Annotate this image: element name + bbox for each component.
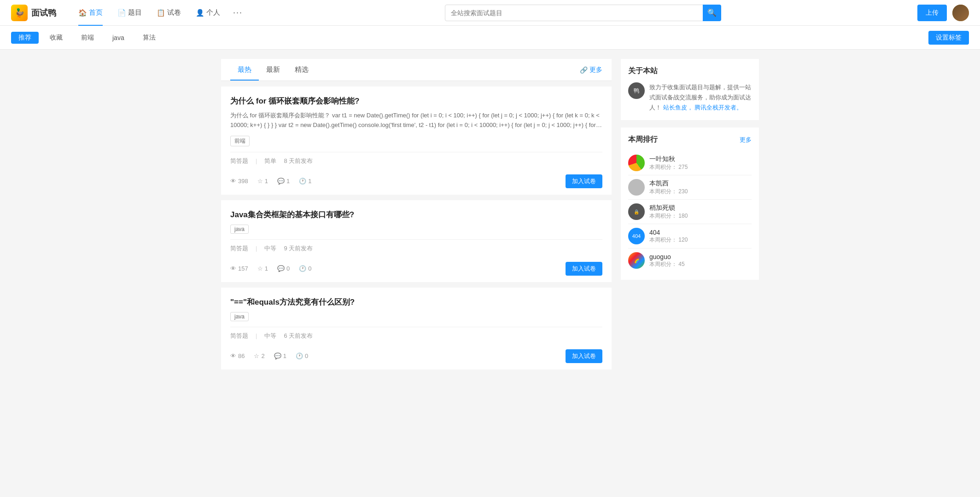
nav-home[interactable]: 🏠 首页 [71, 0, 110, 26]
question-tags-2: java [230, 225, 602, 234]
ranking-more-link[interactable]: 更多 [740, 136, 752, 144]
doc-icon: 📄 [117, 9, 126, 17]
add-to-exam-button-1[interactable]: 加入试卷 [566, 174, 602, 188]
tag-recommend[interactable]: 推荐 [11, 32, 39, 44]
more-link[interactable]: 🔗 更多 [580, 66, 602, 74]
comment-icon-1: 💬 [277, 178, 285, 185]
about-header: 鸭 致力于收集面试题目与题解，提供一站式面试备战交流服务，助你成为面试达人！ 站… [628, 82, 752, 113]
tab-selected[interactable]: 精选 [287, 59, 316, 81]
rank-name-1[interactable]: 一叶知秋 [649, 155, 752, 163]
question-title-3[interactable]: "=="和equals方法究竟有什么区别? [230, 297, 602, 307]
rank-name-5[interactable]: guoguo [649, 253, 752, 260]
logo[interactable]: 🦆 面试鸭 [11, 5, 56, 21]
question-card-1: 为什么 for 循环嵌套顺序会影响性能? 为什么 for 循环嵌套顺序会影响性能… [221, 87, 612, 195]
tag-bar: 推荐 收藏 前端 java 算法 设置标签 [0, 26, 980, 50]
header: 🦆 面试鸭 🏠 首页 📄 题目 📋 试卷 👤 个人 ··· 🔍 上传 [0, 0, 980, 26]
rank-score-4: 本周积分： 120 [649, 236, 752, 244]
nav-profile[interactable]: 👤 个人 [188, 0, 228, 26]
rank-score-5: 本周积分： 45 [649, 260, 752, 268]
tag-java[interactable]: java [105, 32, 132, 43]
question-title-2[interactable]: Java集合类框架的基本接口有哪些? [230, 209, 602, 220]
sub-tabs-container: 最热 最新 精选 🔗 更多 [221, 59, 612, 81]
nav-exams[interactable]: 📋 试卷 [149, 0, 188, 26]
rank-name-2[interactable]: 本凯西 [649, 179, 752, 188]
ranking-card: 本周排行 更多 一叶知秋 本周积分： 275 本凯西 [621, 127, 759, 280]
search-button[interactable]: 🔍 [703, 5, 721, 21]
rank-name-3[interactable]: 稍加死锁 [649, 204, 752, 212]
stat-comments-2: 💬 0 [277, 265, 290, 272]
question-tag[interactable]: 前端 [230, 136, 250, 146]
meta-difficulty-2: 中等 [264, 244, 276, 253]
star-icon-2: ☆ [257, 265, 263, 272]
upload-button[interactable]: 上传 [917, 5, 947, 21]
stat-comments-1: 💬 1 [277, 178, 290, 185]
meta-time-1: 8 天前发布 [284, 157, 313, 165]
main-nav: 🏠 首页 📄 题目 📋 试卷 👤 个人 ··· [71, 0, 248, 26]
eye-icon-1: 👁 [230, 178, 236, 185]
stat-comments-3: 💬 1 [274, 353, 286, 359]
ranking-title: 本周排行 [628, 135, 658, 144]
question-footer-1: 👁 398 ☆ 1 💬 1 🕐 1 加 [230, 170, 602, 195]
avatar[interactable] [952, 5, 969, 21]
rank-info-1: 一叶知秋 本周积分： 275 [649, 155, 752, 171]
rank-avatar-1 [628, 155, 645, 171]
stat-views-1: 👁 398 [230, 178, 248, 185]
rank-name-4[interactable]: 404 [649, 229, 752, 236]
question-tag[interactable]: java [230, 225, 249, 234]
rank-info-4: 404 本周积分： 120 [649, 229, 752, 244]
rank-avatar-4: 404 [628, 228, 645, 244]
star-icon-3: ☆ [254, 353, 259, 359]
eye-icon-2: 👁 [230, 265, 236, 272]
rank-avatar-3: 🔒 [628, 203, 645, 220]
about-title: 关于本站 [628, 66, 752, 76]
meta-time-3: 6 天前发布 [284, 332, 313, 340]
meta-difficulty-1: 简单 [264, 157, 276, 165]
tag-algorithm[interactable]: 算法 [135, 32, 163, 44]
nav-questions[interactable]: 📄 题目 [110, 0, 149, 26]
eye-icon-3: 👁 [230, 353, 236, 359]
star-icon-1: ☆ [257, 178, 263, 185]
tag-settings-button[interactable]: 设置标签 [928, 31, 969, 45]
stat-stars-1: ☆ 1 [257, 178, 268, 185]
comment-icon-3: 💬 [274, 353, 281, 359]
tag-favorites[interactable]: 收藏 [42, 32, 70, 44]
question-stats-2: 👁 157 ☆ 1 💬 0 🕐 0 [230, 265, 311, 272]
tab-hot[interactable]: 最热 [230, 59, 259, 81]
about-card: 关于本站 鸭 致力于收集面试题目与题解，提供一站式面试备战交流服务，助你成为面试… [621, 59, 759, 120]
stat-history-1: 🕐 1 [299, 178, 311, 185]
rank-info-3: 稍加死锁 本周积分： 180 [649, 204, 752, 220]
add-to-exam-button-2[interactable]: 加入试卷 [566, 262, 602, 276]
history-icon-1: 🕐 [299, 178, 306, 185]
header-actions: 上传 [917, 5, 969, 21]
rank-score-1: 本周积分： 275 [649, 163, 752, 171]
rank-score-3: 本周积分： 180 [649, 212, 752, 220]
user-icon: 👤 [196, 9, 204, 17]
meta-difficulty-3: 中等 [264, 332, 276, 340]
rank-info-2: 本凯西 本周积分： 230 [649, 179, 752, 196]
link-icon: 🔗 [580, 66, 588, 74]
search-input[interactable] [445, 5, 721, 21]
nav-more[interactable]: ··· [228, 0, 248, 26]
question-tag[interactable]: java [230, 312, 249, 321]
main-container: 最热 最新 精选 🔗 更多 为什么 for 循环嵌套顺序会影响性能? 为什么 f… [214, 50, 766, 379]
stat-history-3: 🕐 0 [296, 353, 308, 359]
about-link-2[interactable]: 腾讯全栈开发者。 [694, 104, 742, 111]
question-title-1[interactable]: 为什么 for 循环嵌套顺序会影响性能? [230, 96, 602, 106]
stat-views-3: 👁 86 [230, 353, 245, 359]
logo-text: 面试鸭 [31, 7, 56, 18]
question-meta-3: 简答题 | 中等 6 天前发布 [230, 327, 602, 345]
stat-views-2: 👁 157 [230, 265, 248, 272]
rank-item-1: 一叶知秋 本周积分： 275 [628, 151, 752, 175]
about-link-1[interactable]: 站长鱼皮， [663, 104, 693, 111]
add-to-exam-button-3[interactable]: 加入试卷 [566, 349, 602, 363]
about-description: 致力于收集面试题目与题解，提供一站式面试备战交流服务，助你成为面试达人！ 站长鱼… [649, 82, 752, 113]
sidebar: 关于本站 鸭 致力于收集面试题目与题解，提供一站式面试备战交流服务，助你成为面试… [621, 59, 759, 370]
history-icon-2: 🕐 [299, 265, 306, 272]
question-excerpt-1: 为什么 for 循环嵌套顺序会影响性能？ var t1 = new Date()… [230, 111, 602, 130]
question-tags-1: 前端 [230, 136, 602, 146]
tab-latest[interactable]: 最新 [259, 59, 287, 81]
exam-icon: 📋 [157, 9, 165, 17]
tag-frontend[interactable]: 前端 [74, 32, 101, 44]
avatar-image [952, 5, 969, 21]
question-card-2: Java集合类框架的基本接口有哪些? java 简答题 | 中等 9 天前发布 … [221, 200, 612, 282]
